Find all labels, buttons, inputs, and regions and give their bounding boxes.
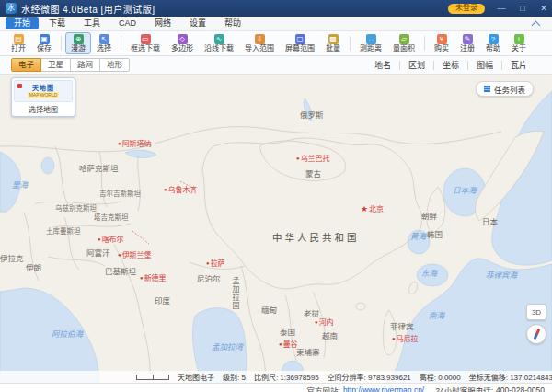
- toolbar-button-label: 漫游: [71, 45, 86, 52]
- phone-number: 400-028-0050: [496, 386, 545, 392]
- toolbar-button-label: 购买: [434, 45, 449, 52]
- app-window: 水经微图 4.0Beta [用户测试版] 未登录 开始下载工具CAD网络设置帮助…: [0, 0, 552, 392]
- login-button[interactable]: 未登录: [448, 4, 485, 14]
- toolbar-button-label: 屏幕范围: [285, 45, 315, 52]
- polyline-download-icon: ∿: [214, 34, 224, 44]
- toolbar-separator: [121, 36, 121, 51]
- help-icon: ?: [489, 34, 499, 44]
- toolbar-button-label: 测距离: [360, 45, 382, 52]
- toolbar-button-导入范围[interactable]: ⇩导入范围: [239, 32, 280, 54]
- site-link[interactable]: http://www.rivermap.cn/: [343, 386, 424, 392]
- import-extent-icon: ⇩: [255, 34, 265, 44]
- toolbar-button-label: 框选下载: [131, 45, 160, 52]
- task-list-button[interactable]: 任务列表: [476, 81, 534, 97]
- menu-item-设置[interactable]: 设置: [181, 17, 214, 29]
- toolbar-button-label: 保存: [37, 45, 52, 52]
- toolbar-button-选择[interactable]: ↖选择: [91, 32, 117, 54]
- rect-select-download-icon: ▭: [141, 34, 151, 44]
- site-label: 官方网站:: [307, 385, 340, 392]
- toolbar-button-label: 沿线下载: [204, 45, 234, 52]
- map-source-card[interactable]: 天地图 MAP WORLD 选择地图: [11, 77, 75, 117]
- toolbar-button-测距离[interactable]: ↔测距离: [354, 32, 387, 54]
- map-source-thumbnail: 天地图 MAP WORLD: [14, 80, 73, 102]
- map-viewport[interactable]: 俄罗斯哈萨克斯坦蒙古吉尔吉斯斯坦乌兹别克斯坦塔吉克斯坦土库曼斯坦阿富汗伊朗伊拉克…: [0, 75, 552, 383]
- toolbar-button-label: 选择: [97, 45, 111, 52]
- toolbar-button-label: 打开: [11, 45, 26, 52]
- screen-extent-icon: ▢: [295, 34, 305, 44]
- close-button[interactable]: [535, 0, 552, 17]
- collapse-ribbon-icon[interactable]: [532, 20, 541, 29]
- toolbar-button-多边形[interactable]: ◇多边形: [166, 32, 199, 54]
- map-controls: 3D: [526, 304, 546, 344]
- minimize-button[interactable]: [493, 0, 510, 17]
- toolbar-button-沿线下载[interactable]: ∿沿线下载: [199, 32, 239, 54]
- maptype-路网[interactable]: 路网: [70, 58, 100, 72]
- toolbar-separator: [424, 36, 425, 51]
- batch-icon: ▩: [328, 34, 339, 44]
- panel-tab-区划[interactable]: 区划: [400, 59, 433, 71]
- measure-area-icon: ▱: [399, 34, 409, 44]
- status-field: 空间分辨率: 9783.939621: [328, 372, 411, 382]
- map-status-bar: 天地图电子级别: 5比例尺: 1:36978595空间分辨率: 9783.939…: [0, 371, 552, 383]
- view-3d-button[interactable]: 3D: [526, 304, 546, 320]
- menu-item-网络[interactable]: 网络: [146, 17, 179, 29]
- maptype-电子[interactable]: 电子: [11, 58, 41, 72]
- maptype-switcher: 电子卫星路网地形: [11, 58, 130, 72]
- menubar: 开始下载工具CAD网络设置帮助: [0, 17, 552, 31]
- toolbar-button-关于[interactable]: i关于: [506, 32, 532, 54]
- toolbar-button-屏幕范围[interactable]: ▢屏幕范围: [280, 32, 320, 54]
- panel-tab-坐标[interactable]: 坐标: [434, 59, 467, 71]
- map-canvas: [0, 75, 552, 383]
- maptype-地形[interactable]: 地形: [99, 58, 130, 72]
- toolbar-button-label: 批量: [326, 45, 340, 52]
- task-list-label: 任务列表: [494, 84, 525, 95]
- toolbar-button-label: 关于: [512, 45, 526, 52]
- toolbar-button-打开[interactable]: ▤打开: [6, 32, 31, 54]
- status-field: 天地图电子: [178, 372, 214, 382]
- toolbar-button-帮助[interactable]: ?帮助: [480, 32, 506, 54]
- status-field: 高程: 0.0000: [420, 372, 461, 382]
- phone-label: 24小时客服电话:: [435, 385, 493, 392]
- menu-item-工具[interactable]: 工具: [75, 17, 109, 29]
- toolbar-button-label: 量面积: [393, 45, 415, 52]
- toolbar-separator: [61, 36, 62, 51]
- toolbar: ▤打开▣保存⊕漫游↖选择▭框选下载◇多边形∿沿线下载⇩导入范围▢屏幕范围▩批量↔…: [0, 31, 552, 56]
- menu-item-下载[interactable]: 下载: [40, 17, 74, 29]
- titlebar: 水经微图 4.0Beta [用户测试版] 未登录: [0, 0, 552, 17]
- thumbnail-subtitle: MAP WORLD: [28, 92, 60, 98]
- menu-items: 开始下载工具CAD网络设置帮助: [6, 17, 251, 29]
- footer-statusbar: 官方网站: http://www.rivermap.cn/ 24小时客服电话: …: [0, 383, 552, 392]
- maptype-卫星[interactable]: 卫星: [40, 58, 71, 72]
- panel-tab-瓦片[interactable]: 瓦片: [502, 59, 535, 71]
- toolbar-button-购买[interactable]: ¥购买: [429, 32, 454, 54]
- toolbar-buttons: ▤打开▣保存⊕漫游↖选择▭框选下载◇多边形∿沿线下载⇩导入范围▢屏幕范围▩批量↔…: [6, 32, 546, 54]
- panel-tab-地名[interactable]: 地名: [366, 59, 399, 71]
- toolbar-separator: [350, 36, 351, 51]
- menu-item-CAD[interactable]: CAD: [110, 17, 144, 29]
- status-field: 级别: 5: [223, 372, 246, 382]
- toolbar-button-漫游[interactable]: ⊕漫游: [65, 32, 91, 54]
- status-field: 坐标无偏移: 137.02148438 39.6386718: [469, 372, 552, 382]
- panel-tab-图幅[interactable]: 图幅: [468, 59, 501, 71]
- menu-item-帮助[interactable]: 帮助: [216, 17, 249, 29]
- toolbar-button-框选下载[interactable]: ▭框选下载: [125, 32, 166, 54]
- status-fields: 天地图电子级别: 5比例尺: 1:36978595空间分辨率: 9783.939…: [178, 372, 552, 382]
- maximize-button[interactable]: [514, 0, 531, 17]
- tianditu-logo-icon: [17, 84, 22, 88]
- pan-icon: ⊕: [74, 34, 84, 44]
- register-icon: ✎: [463, 34, 473, 44]
- toolbar-button-注册[interactable]: ✎注册: [454, 32, 480, 54]
- source-card-label: 选择地图: [14, 104, 73, 114]
- compass-control[interactable]: [526, 324, 546, 344]
- menu-item-开始[interactable]: 开始: [6, 17, 39, 29]
- about-icon: i: [514, 34, 524, 44]
- buy-icon: ¥: [437, 34, 447, 44]
- toolbar-button-批量[interactable]: ▩批量: [320, 32, 346, 54]
- polygon-icon: ◇: [178, 34, 188, 44]
- thumbnail-title: 天地图: [32, 85, 54, 91]
- toolbar-button-label: 导入范围: [245, 45, 274, 52]
- status-field: 比例尺: 1:36978595: [254, 372, 319, 382]
- toolbar-button-label: 多边形: [171, 45, 193, 52]
- toolbar-button-保存[interactable]: ▣保存: [31, 32, 57, 54]
- toolbar-button-量面积[interactable]: ▱量面积: [387, 32, 420, 54]
